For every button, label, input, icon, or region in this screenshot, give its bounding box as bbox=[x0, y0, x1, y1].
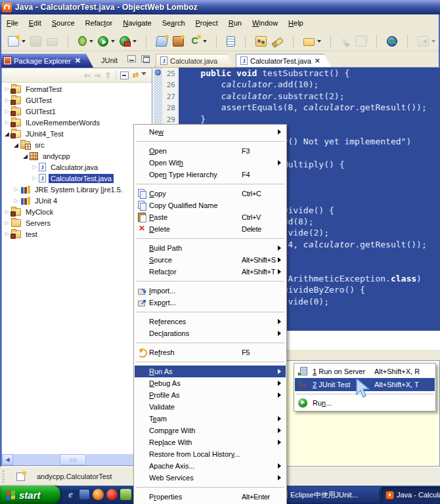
expand-icon[interactable]: ▷ bbox=[3, 231, 11, 237]
tab-package-explorer[interactable]: Package Explorer ✕ bbox=[1, 54, 93, 68]
menu-file[interactable]: File bbox=[1, 17, 24, 29]
menu-item-copy-qualified-name[interactable]: Copy Qualified Name bbox=[135, 200, 286, 211]
close-tab-icon[interactable]: ✕ bbox=[315, 57, 320, 64]
taskbar-button-eclipse-doc[interactable]: Eclipse中使用JUnit... bbox=[276, 487, 379, 503]
collapse-icon[interactable]: ◢ bbox=[12, 142, 20, 148]
menu-item-open[interactable]: OpenF3 bbox=[135, 145, 286, 157]
link-editor-icon[interactable]: ⇄ bbox=[133, 71, 137, 79]
toolbar-print-icon[interactable] bbox=[47, 38, 58, 46]
tree-item-junit-4[interactable]: ▷JUnit 4 bbox=[2, 195, 152, 206]
menu-item-refresh[interactable]: RefreshF5 bbox=[135, 346, 286, 358]
tree-item-andycpp[interactable]: ◢andycpp bbox=[2, 150, 152, 161]
toolbar-search-icon[interactable] bbox=[271, 37, 284, 47]
up-icon[interactable]: ⇧ bbox=[105, 71, 112, 80]
toolbar-ext-icon[interactable] bbox=[120, 36, 130, 47]
menu-item-export-[interactable]: Export... bbox=[135, 297, 286, 308]
menu-source[interactable]: Source bbox=[47, 17, 80, 29]
tree-item-formattest[interactable]: ▷FormatTest bbox=[2, 83, 152, 94]
tree-item-calculatortest-java[interactable]: ▷JCalculatorTest.java bbox=[2, 173, 152, 184]
menu-item-new[interactable]: New bbox=[135, 126, 286, 138]
toolbar-nav-icon[interactable] bbox=[418, 36, 429, 47]
toolbar-save-icon[interactable] bbox=[30, 36, 41, 47]
tree-item-src[interactable]: ◢src bbox=[2, 139, 152, 150]
menu-item-run-as[interactable]: Run As bbox=[135, 366, 286, 377]
toolbar-newclass-icon[interactable]: C bbox=[189, 36, 200, 47]
maximize-view-icon[interactable] bbox=[141, 55, 150, 62]
tree-item-jre-system-library-jre1-5-[interactable]: ▷JRE System Library [jre1.5. bbox=[2, 184, 152, 195]
quicklaunch-firefox-icon[interactable] bbox=[93, 489, 104, 500]
toolbar-run-icon[interactable] bbox=[98, 36, 108, 47]
menu-navigate[interactable]: Navigate bbox=[118, 17, 156, 29]
menu-item-team[interactable]: Team bbox=[135, 413, 286, 425]
close-icon[interactable]: ✕ bbox=[75, 56, 81, 65]
collapse-icon[interactable]: ◢ bbox=[3, 131, 11, 137]
tree-item-junit4-test[interactable]: ◢JUnit4_Test bbox=[2, 128, 152, 139]
expand-icon[interactable]: ▷ bbox=[3, 220, 11, 226]
quicklaunch-ie-icon[interactable]: e bbox=[65, 489, 76, 500]
horizontal-scrollbar[interactable]: ◀ ▶ bbox=[2, 454, 152, 465]
menu-item-compare-with[interactable]: Compare With bbox=[135, 425, 286, 436]
menu-edit[interactable]: Edit bbox=[24, 17, 47, 29]
menu-item-paste[interactable]: PasteCtrl+V bbox=[135, 211, 286, 223]
menu-run[interactable]: Run bbox=[223, 17, 247, 29]
tree-item-iloverememberwords[interactable]: ▷ILoveRememberWords bbox=[2, 117, 152, 128]
tab-junit[interactable]: JUnit bbox=[95, 55, 124, 68]
menu-item-apache-axis-[interactable]: Apache Axis... bbox=[135, 460, 286, 472]
expand-icon[interactable]: ▷ bbox=[12, 186, 20, 192]
toolbar-new-icon[interactable] bbox=[8, 36, 19, 47]
tree-item-myclock[interactable]: ▷MyClock bbox=[2, 206, 152, 217]
menu-refactor[interactable]: Refactor bbox=[80, 17, 118, 29]
expand-icon[interactable]: ▷ bbox=[3, 97, 11, 103]
expand-icon[interactable]: ▷ bbox=[31, 164, 38, 170]
tree-item-calculator-java[interactable]: ▷JCalculator.java bbox=[2, 161, 152, 173]
menu-window[interactable]: Window bbox=[247, 17, 283, 29]
quicklaunch-misc-icon[interactable] bbox=[120, 489, 131, 500]
forward-icon[interactable]: ⇨ bbox=[95, 71, 101, 80]
menu-item-refactor[interactable]: RefactorAlt+Shift+T bbox=[135, 266, 286, 278]
expand-icon[interactable]: ▷ bbox=[3, 86, 11, 92]
collapse-all-icon[interactable] bbox=[120, 72, 129, 79]
start-button[interactable]: start bbox=[0, 486, 60, 504]
menu-item-web-services[interactable]: Web Services bbox=[135, 472, 286, 484]
menu-item-source[interactable]: SourceAlt+Shift+S bbox=[135, 254, 286, 266]
toolbar-copy2-icon[interactable] bbox=[355, 36, 366, 47]
editor-tab-calculator-java[interactable]: JCalculator.java bbox=[156, 54, 234, 68]
expand-icon[interactable]: ▷ bbox=[3, 108, 11, 114]
toolbar-globe-icon[interactable] bbox=[387, 36, 397, 47]
submenu-item-1-run-on-server[interactable]: 1 Run on ServerAlt+Shift+X, R bbox=[295, 365, 435, 378]
quicklaunch-media-icon[interactable] bbox=[106, 489, 118, 500]
menu-item-delete[interactable]: ✕DeleteDelete bbox=[135, 223, 286, 235]
expand-icon[interactable]: ▷ bbox=[31, 175, 38, 181]
expand-icon[interactable]: ▷ bbox=[12, 198, 20, 203]
menu-item-open-with[interactable]: Open With bbox=[135, 157, 286, 169]
menu-help[interactable]: Help bbox=[283, 17, 309, 29]
view-menu-icon[interactable] bbox=[141, 72, 146, 78]
menu-item-copy[interactable]: CopyCtrl+C bbox=[135, 188, 286, 200]
toolbar-newprj-icon[interactable] bbox=[156, 36, 168, 47]
menu-item-replace-with[interactable]: Replace With bbox=[135, 436, 286, 448]
tree-item-test[interactable]: ▷test bbox=[2, 228, 152, 240]
editor-tab-calculatortest-java[interactable]: JCalculatorTest.java✕ bbox=[236, 54, 332, 68]
tree-item-guitest[interactable]: ▷GUITest bbox=[2, 94, 152, 106]
tree-item-servers[interactable]: ▷Servers bbox=[2, 217, 152, 228]
expand-icon[interactable]: ▷ bbox=[3, 209, 11, 215]
quicklaunch-doc-icon[interactable] bbox=[79, 489, 90, 500]
menu-project[interactable]: Project bbox=[190, 17, 223, 29]
menu-item-import-[interactable]: Import... bbox=[135, 285, 286, 297]
toolbar-newpkg-icon[interactable] bbox=[173, 36, 184, 47]
menu-item-validate[interactable]: Validate bbox=[135, 401, 286, 413]
menu-item-properties[interactable]: PropertiesAlt+Enter bbox=[135, 491, 286, 503]
menu-item-declarations[interactable]: Declarations bbox=[135, 327, 286, 339]
menu-item-references[interactable]: References bbox=[135, 316, 286, 327]
toolbar-pencil-icon[interactable] bbox=[341, 38, 350, 47]
taskbar-button-java-eclipse[interactable]: Java - Calculato... bbox=[382, 487, 440, 503]
menu-item-debug-as[interactable]: Debug As bbox=[135, 377, 286, 389]
minimize-view-icon[interactable] bbox=[127, 55, 136, 62]
toolbar-opentype-icon[interactable] bbox=[255, 36, 267, 47]
toolbar-tasks-icon[interactable] bbox=[227, 36, 235, 47]
tree-item-guitest1[interactable]: ▷GUITest1 bbox=[2, 106, 152, 117]
toolbar-debug-icon[interactable] bbox=[78, 36, 87, 46]
back-icon[interactable]: ⇦ bbox=[84, 71, 91, 80]
menu-item-build-path[interactable]: Build Path bbox=[135, 242, 286, 254]
menu-item-restore-from-local-history-[interactable]: Restore from Local History... bbox=[135, 448, 286, 460]
